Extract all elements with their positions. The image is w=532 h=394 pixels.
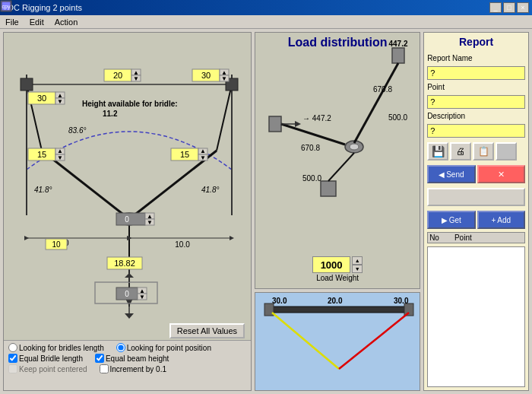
svg-text:10.0: 10.0 bbox=[175, 240, 190, 249]
get-label: Get bbox=[449, 216, 461, 224]
check-equal-beam-input[interactable] bbox=[95, 354, 104, 363]
report-name-label: Report Name bbox=[427, 54, 525, 62]
radio-bridles-length[interactable]: Looking for bridles length bbox=[8, 343, 104, 352]
left-panel: 20 ▲ ▼ 30 ▲ ▼ 30 ▲ ▼ Height available fo… bbox=[3, 32, 252, 391]
main-content: 20 ▲ ▼ 30 ▲ ▼ 30 ▲ ▼ Height available fo… bbox=[0, 29, 532, 394]
svg-text:15: 15 bbox=[37, 150, 46, 159]
check-increment-input[interactable] bbox=[100, 364, 109, 373]
minimize-button[interactable]: _ bbox=[489, 2, 502, 13]
radio-point-position[interactable]: Looking for point position bbox=[116, 343, 211, 352]
svg-text:▼: ▼ bbox=[57, 154, 63, 161]
title-bar: LDC Rigging 2 points _ □ × bbox=[0, 0, 532, 15]
clipboard-button[interactable]: 📋 bbox=[473, 142, 494, 160]
svg-text:10: 10 bbox=[52, 240, 61, 249]
svg-text:500.0: 500.0 bbox=[302, 174, 321, 183]
svg-text:30: 30 bbox=[37, 94, 46, 103]
check-equal-bridle[interactable]: Equal Bridle length bbox=[8, 354, 83, 363]
send-arrow-icon: ◀ bbox=[439, 170, 445, 179]
delete-icon-button[interactable]: img bbox=[496, 142, 517, 160]
svg-text:▲: ▲ bbox=[200, 148, 206, 154]
send-label: Send bbox=[446, 170, 464, 179]
radio-point-label: Looking for point position bbox=[127, 344, 211, 352]
svg-text:20.0: 20.0 bbox=[328, 297, 343, 305]
svg-text:30.0: 30.0 bbox=[272, 297, 287, 305]
load-weight-down[interactable]: ▼ bbox=[352, 265, 363, 273]
middle-panel: Load distribution bbox=[255, 32, 420, 391]
check-row-2: Keep point centered Increment by 0.1 bbox=[8, 364, 246, 373]
load-weight-input[interactable] bbox=[312, 256, 350, 273]
radio-row: Looking for bridles length Looking for p… bbox=[8, 343, 246, 352]
svg-text:Height available for bridle:: Height available for bridle: bbox=[82, 100, 178, 108]
print-button[interactable]: 🖨 bbox=[450, 142, 471, 160]
check-increment[interactable]: Increment by 0.1 bbox=[100, 364, 166, 373]
reset-all-button[interactable]: Reset All Values bbox=[169, 323, 245, 338]
svg-text:15: 15 bbox=[180, 150, 189, 159]
svg-text:447.2: 447.2 bbox=[389, 40, 408, 48]
add-button[interactable]: + Add bbox=[477, 211, 525, 229]
point-label: Point bbox=[427, 83, 525, 91]
maximize-button[interactable]: □ bbox=[503, 2, 515, 13]
load-dist-panel: Load distribution bbox=[255, 32, 420, 289]
table-area[interactable] bbox=[427, 246, 525, 387]
send-button[interactable]: ◀ Send bbox=[427, 165, 475, 183]
radio-bridles-label: Looking for bridles length bbox=[19, 344, 104, 352]
check-keep-centered[interactable]: Keep point centered bbox=[8, 364, 87, 373]
get-button[interactable]: ▶ Get bbox=[427, 211, 475, 229]
check-equal-beam[interactable]: Equal beam height bbox=[95, 354, 169, 363]
svg-text:18.82: 18.82 bbox=[114, 259, 135, 268]
report-title: Report bbox=[427, 36, 525, 48]
check-equal-bridle-label: Equal Bridle length bbox=[19, 354, 83, 363]
svg-rect-51 bbox=[116, 213, 145, 225]
col-no: No bbox=[429, 234, 439, 242]
svg-text:▲: ▲ bbox=[57, 148, 63, 154]
svg-line-79 bbox=[354, 63, 398, 143]
svg-text:41.8°: 41.8° bbox=[34, 186, 52, 194]
close-button[interactable]: × bbox=[517, 2, 529, 13]
svg-text:30.0: 30.0 bbox=[394, 297, 409, 305]
menu-edit[interactable]: Edit bbox=[27, 17, 46, 27]
beam-viz-panel: 30.0 20.0 30.0 bbox=[255, 292, 420, 391]
svg-text:670.8: 670.8 bbox=[301, 144, 320, 152]
svg-text:30: 30 bbox=[201, 71, 211, 80]
svg-rect-14 bbox=[21, 78, 33, 91]
report-name-input[interactable] bbox=[427, 66, 525, 80]
load-dist-diagram: 447.2 670.8 500.0 → 447.2 670.8 500.0 bbox=[255, 33, 420, 208]
svg-text:83.6°: 83.6° bbox=[68, 126, 86, 135]
description-input[interactable] bbox=[427, 124, 525, 138]
svg-text:→ 447.2: → 447.2 bbox=[302, 114, 331, 122]
svg-text:▼: ▼ bbox=[200, 154, 206, 161]
copy2-button[interactable]: cpy bbox=[427, 188, 525, 206]
table-header: No Point bbox=[427, 232, 525, 243]
check-keep-centered-label: Keep point centered bbox=[19, 365, 87, 373]
check-equal-bridle-input[interactable] bbox=[8, 354, 17, 363]
window-controls: _ □ × bbox=[489, 2, 529, 13]
svg-text:▼: ▼ bbox=[221, 75, 227, 82]
svg-text:▼: ▼ bbox=[147, 219, 153, 226]
load-weight-label: Load Weight bbox=[312, 274, 363, 282]
svg-text:0: 0 bbox=[125, 215, 129, 224]
del-button[interactable]: ✕ bbox=[477, 165, 525, 183]
menu-action[interactable]: Action bbox=[52, 17, 81, 27]
svg-rect-74 bbox=[392, 48, 404, 63]
load-weight-up[interactable]: ▲ bbox=[352, 256, 363, 265]
check-keep-centered-input bbox=[8, 364, 17, 373]
menu-file[interactable]: File bbox=[3, 17, 21, 27]
svg-text:0: 0 bbox=[125, 290, 129, 298]
copy-icon: cpy bbox=[0, 0, 15, 12]
beam-viz-svg: 30.0 20.0 30.0 bbox=[255, 293, 420, 391]
svg-rect-75 bbox=[269, 116, 281, 132]
col-point: Point bbox=[454, 234, 472, 242]
get-arrow-icon: ▶ bbox=[442, 216, 448, 224]
radio-point-input[interactable] bbox=[116, 343, 125, 352]
svg-text:cpy: cpy bbox=[2, 4, 11, 10]
svg-point-78 bbox=[350, 144, 359, 150]
right-panel: Report Report Name Point Description 💾 🖨… bbox=[423, 32, 529, 391]
svg-rect-76 bbox=[321, 181, 336, 196]
check-increment-label: Increment by 0.1 bbox=[110, 365, 166, 373]
svg-text:▼: ▼ bbox=[139, 294, 145, 300]
menu-bar: File Edit Action bbox=[0, 15, 532, 29]
point-input[interactable] bbox=[427, 95, 525, 109]
radio-bridles-input[interactable] bbox=[8, 343, 17, 352]
save-report-button[interactable]: 💾 bbox=[427, 142, 448, 160]
check-equal-beam-label: Equal beam height bbox=[106, 354, 169, 363]
